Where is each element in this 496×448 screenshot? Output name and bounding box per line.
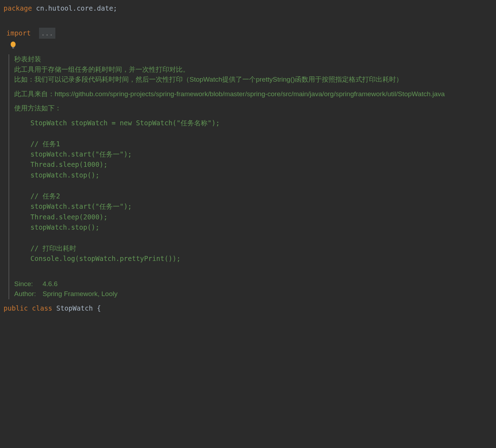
author-label: Author: <box>14 289 43 299</box>
javadoc-desc1: 此工具用于存储一组任务的耗时时间，并一次性打印对比。 <box>14 65 492 75</box>
since-label: Since: <box>14 279 43 289</box>
author-value: Spring Framework, Looly <box>43 290 117 297</box>
package-name: cn.hutool.core.date <box>32 4 113 12</box>
intention-bulb-icon[interactable] <box>10 42 16 52</box>
class-keyword: class <box>32 304 56 312</box>
import-line[interactable]: import ... <box>4 28 492 38</box>
javadoc-rendered[interactable]: 秒表封装 此工具用于存储一组任务的耗时时间，并一次性打印对比。 比如：我们可以记… <box>9 54 492 299</box>
svg-point-0 <box>11 42 16 47</box>
package-keyword: package <box>4 4 32 12</box>
svg-rect-2 <box>12 48 14 49</box>
javadoc-title: 秒表封装 <box>14 54 492 65</box>
javadoc-code-example: StopWatch stopWatch = new StopWatch("任务名… <box>14 118 492 264</box>
javadoc-author: Author:Spring Framework, Looly <box>14 289 492 299</box>
since-value: 4.6.6 <box>43 280 57 288</box>
javadoc-usage-label: 使用方法如下： <box>14 103 492 114</box>
public-keyword: public <box>4 304 32 312</box>
svg-rect-1 <box>12 47 14 48</box>
open-brace: { <box>97 304 101 312</box>
class-declaration[interactable]: public class StopWatch { <box>4 303 492 313</box>
javadoc-desc2: 比如：我们可以记录多段代码耗时时间，然后一次性打印（StopWatch提供了一个… <box>14 75 492 85</box>
class-name: StopWatch <box>56 304 97 312</box>
javadoc-since: Since:4.6.6 <box>14 279 492 289</box>
import-keyword: import <box>6 29 31 37</box>
javadoc-source: 此工具来自：https://github.com/spring-projects… <box>14 89 492 99</box>
package-declaration[interactable]: package cn.hutool.core.date; <box>4 3 492 13</box>
import-fold-region[interactable]: ... <box>39 28 55 38</box>
semicolon: ; <box>113 4 117 12</box>
